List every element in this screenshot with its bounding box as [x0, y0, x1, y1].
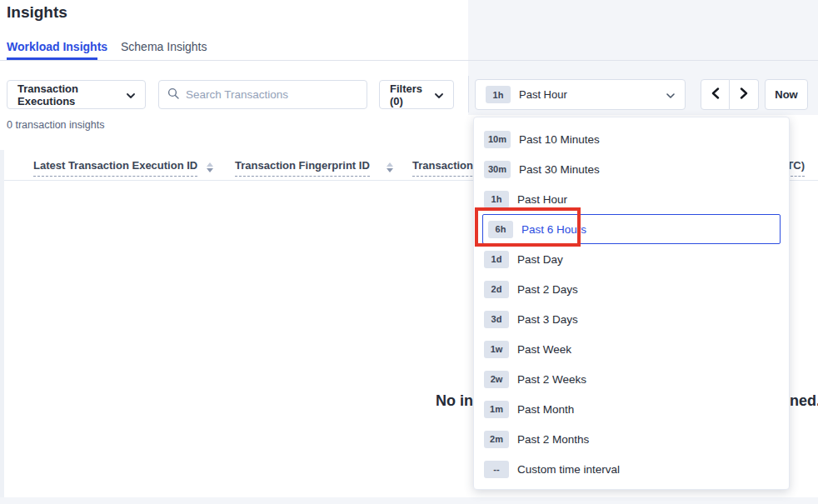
sort-icon[interactable] — [206, 162, 213, 172]
time-option-label: Past Month — [517, 403, 574, 416]
time-interval-option-3d[interactable]: 3d Past 3 Days — [474, 304, 789, 334]
time-interval-option-custom[interactable]: -- Custom time interval — [474, 454, 789, 484]
search-input-wrapper[interactable] — [158, 80, 367, 109]
chevron-down-icon — [127, 88, 135, 101]
time-option-label: Past 2 Days — [517, 283, 578, 296]
time-option-label: Past 2 Weeks — [517, 373, 586, 386]
time-range-arrows — [701, 79, 759, 110]
time-option-badge: 6h — [488, 221, 513, 238]
time-interval-badge: 1h — [486, 86, 511, 103]
column-header-latest-transaction-execution-id[interactable]: Latest Transaction Execution ID — [33, 159, 197, 177]
time-option-label: Past Day — [517, 253, 563, 266]
time-interval-option-2w[interactable]: 2w Past 2 Weeks — [474, 364, 789, 394]
time-interval-option-30m[interactable]: 30m Past 30 Minutes — [474, 154, 789, 184]
page-title: Insights — [7, 3, 67, 22]
empty-state-message-right: ned. — [790, 392, 818, 410]
filters-button-label: Filters (0) — [390, 82, 435, 107]
time-interval-dropdown: 10m Past 10 Minutes 30m Past 30 Minutes … — [473, 117, 790, 490]
page-background-gutter — [0, 150, 4, 497]
time-option-label: Past Hour — [517, 193, 567, 206]
time-interval-option-2d[interactable]: 2d Past 2 Days — [474, 274, 789, 304]
toolbar-divider — [468, 76, 469, 112]
empty-state-message-left: No in — [411, 392, 473, 410]
chevron-left-icon — [711, 87, 720, 102]
time-option-label: Past Week — [517, 343, 571, 356]
time-interval-select[interactable]: 1h Past Hour — [475, 79, 686, 110]
time-interval-option-10m[interactable]: 10m Past 10 Minutes — [474, 124, 789, 154]
time-option-badge: 1m — [484, 401, 509, 418]
now-button[interactable]: Now — [765, 79, 808, 110]
now-button-label: Now — [775, 88, 797, 101]
chevron-down-icon — [666, 88, 675, 101]
time-interval-option-1m[interactable]: 1m Past Month — [474, 394, 789, 424]
time-option-label: Past 30 Minutes — [519, 163, 600, 176]
time-option-badge: 1w — [484, 341, 509, 358]
time-interval-option-6h[interactable]: 6h Past 6 Hours — [482, 214, 781, 244]
tab-workload-insights[interactable]: Workload Insights — [7, 40, 107, 53]
time-option-badge: 30m — [484, 161, 511, 178]
next-interval-button[interactable] — [730, 79, 759, 110]
tabs-divider — [0, 60, 818, 61]
time-option-label: Past 6 Hours — [521, 223, 586, 236]
chevron-right-icon — [740, 87, 748, 102]
time-option-badge: -- — [484, 461, 509, 478]
time-option-badge: 2m — [484, 431, 509, 448]
time-interval-label: Past Hour — [519, 88, 567, 101]
chevron-down-icon — [435, 88, 443, 101]
time-interval-option-1h[interactable]: 1h Past Hour — [474, 184, 789, 214]
view-type-select[interactable]: Transaction Executions — [7, 80, 146, 109]
time-option-badge: 2d — [484, 281, 509, 298]
previous-interval-button[interactable] — [701, 79, 730, 110]
time-option-label: Past 10 Minutes — [519, 133, 600, 146]
sort-icon[interactable] — [386, 162, 393, 172]
insights-page: Insights Workload Insights Schema Insigh… — [0, 0, 818, 504]
results-count: 0 transaction insights — [7, 119, 104, 131]
time-interval-option-1w[interactable]: 1w Past Week — [474, 334, 789, 364]
time-option-badge: 1h — [484, 191, 509, 208]
search-icon — [167, 87, 179, 102]
search-input[interactable] — [186, 88, 358, 101]
time-option-label: Past 3 Days — [517, 313, 578, 326]
time-option-badge: 1d — [484, 251, 509, 268]
time-interval-option-1d[interactable]: 1d Past Day — [474, 244, 789, 274]
filters-button[interactable]: Filters (0) — [379, 80, 454, 109]
time-option-badge: 10m — [484, 131, 511, 148]
time-option-label: Custom time interval — [517, 463, 620, 476]
time-option-badge: 3d — [484, 311, 509, 328]
time-interval-option-2m[interactable]: 2m Past 2 Months — [474, 424, 789, 454]
time-option-label: Past 2 Months — [517, 433, 589, 446]
tab-schema-insights[interactable]: Schema Insights — [121, 40, 207, 53]
page-background-bottom — [0, 497, 818, 504]
view-type-select-label: Transaction Executions — [17, 82, 127, 107]
column-header-transaction-fingerprint-id[interactable]: Transaction Fingerprint ID — [235, 159, 370, 177]
time-option-badge: 2w — [484, 371, 509, 388]
